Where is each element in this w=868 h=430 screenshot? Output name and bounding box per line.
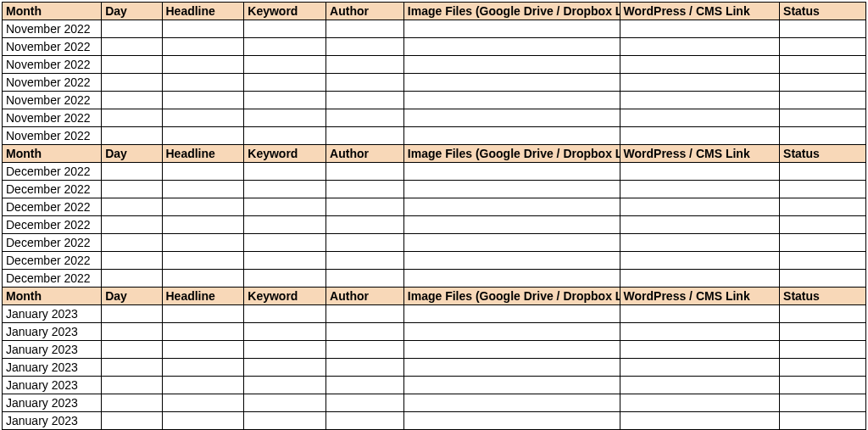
cell-status[interactable]: [780, 341, 866, 359]
cell-image[interactable]: [403, 234, 620, 252]
cell-headline[interactable]: [162, 20, 244, 38]
cell-author[interactable]: [326, 359, 404, 377]
cell-month[interactable]: January 2023: [3, 359, 102, 377]
cell-wordpress[interactable]: [620, 305, 780, 323]
cell-author[interactable]: [326, 252, 404, 270]
cell-author[interactable]: [326, 109, 404, 127]
cell-day[interactable]: [102, 216, 162, 234]
cell-author[interactable]: [326, 323, 404, 341]
cell-wordpress[interactable]: [620, 341, 780, 359]
cell-headline[interactable]: [162, 74, 244, 92]
cell-wordpress[interactable]: [620, 56, 780, 74]
cell-keyword[interactable]: [244, 163, 326, 181]
cell-wordpress[interactable]: [620, 198, 780, 216]
cell-image[interactable]: [403, 394, 620, 412]
cell-day[interactable]: [102, 38, 162, 56]
cell-image[interactable]: [403, 198, 620, 216]
cell-wordpress[interactable]: [620, 323, 780, 341]
cell-wordpress[interactable]: [620, 109, 780, 127]
cell-status[interactable]: [780, 20, 866, 38]
table-row[interactable]: November 2022: [3, 38, 866, 56]
cell-month[interactable]: December 2022: [3, 216, 102, 234]
cell-keyword[interactable]: [244, 127, 326, 145]
cell-author[interactable]: [326, 412, 404, 430]
cell-keyword[interactable]: [244, 270, 326, 288]
table-row[interactable]: December 2022: [3, 270, 866, 288]
cell-status[interactable]: [780, 377, 866, 394]
cell-status[interactable]: [780, 74, 866, 92]
cell-wordpress[interactable]: [620, 412, 780, 430]
table-row[interactable]: November 2022: [3, 56, 866, 74]
cell-wordpress[interactable]: [620, 181, 780, 198]
cell-author[interactable]: [326, 163, 404, 181]
cell-keyword[interactable]: [244, 74, 326, 92]
cell-month[interactable]: November 2022: [3, 92, 102, 109]
cell-headline[interactable]: [162, 181, 244, 198]
cell-headline[interactable]: [162, 394, 244, 412]
table-row[interactable]: December 2022: [3, 198, 866, 216]
cell-headline[interactable]: [162, 198, 244, 216]
table-row[interactable]: November 2022: [3, 92, 866, 109]
cell-month[interactable]: January 2023: [3, 323, 102, 341]
cell-keyword[interactable]: [244, 20, 326, 38]
content-calendar-table[interactable]: MonthDayHeadlineKeywordAuthorImage Files…: [2, 2, 866, 430]
cell-author[interactable]: [326, 305, 404, 323]
cell-author[interactable]: [326, 377, 404, 394]
cell-headline[interactable]: [162, 234, 244, 252]
cell-day[interactable]: [102, 198, 162, 216]
cell-wordpress[interactable]: [620, 359, 780, 377]
cell-day[interactable]: [102, 56, 162, 74]
cell-status[interactable]: [780, 305, 866, 323]
cell-month[interactable]: December 2022: [3, 198, 102, 216]
cell-keyword[interactable]: [244, 234, 326, 252]
cell-keyword[interactable]: [244, 412, 326, 430]
cell-month[interactable]: November 2022: [3, 56, 102, 74]
cell-day[interactable]: [102, 20, 162, 38]
cell-wordpress[interactable]: [620, 270, 780, 288]
cell-image[interactable]: [403, 92, 620, 109]
cell-status[interactable]: [780, 323, 866, 341]
table-row[interactable]: January 2023: [3, 305, 866, 323]
cell-keyword[interactable]: [244, 56, 326, 74]
cell-keyword[interactable]: [244, 216, 326, 234]
cell-keyword[interactable]: [244, 377, 326, 394]
cell-headline[interactable]: [162, 323, 244, 341]
cell-day[interactable]: [102, 92, 162, 109]
cell-status[interactable]: [780, 216, 866, 234]
table-row[interactable]: January 2023: [3, 341, 866, 359]
cell-wordpress[interactable]: [620, 20, 780, 38]
table-row[interactable]: December 2022: [3, 181, 866, 198]
cell-image[interactable]: [403, 341, 620, 359]
table-row[interactable]: November 2022: [3, 20, 866, 38]
cell-image[interactable]: [403, 252, 620, 270]
cell-month[interactable]: November 2022: [3, 109, 102, 127]
cell-day[interactable]: [102, 270, 162, 288]
cell-headline[interactable]: [162, 56, 244, 74]
table-row[interactable]: November 2022: [3, 74, 866, 92]
table-row[interactable]: January 2023: [3, 394, 866, 412]
cell-wordpress[interactable]: [620, 92, 780, 109]
cell-day[interactable]: [102, 341, 162, 359]
cell-headline[interactable]: [162, 377, 244, 394]
cell-author[interactable]: [326, 234, 404, 252]
cell-image[interactable]: [403, 127, 620, 145]
cell-wordpress[interactable]: [620, 38, 780, 56]
cell-status[interactable]: [780, 109, 866, 127]
cell-month[interactable]: January 2023: [3, 394, 102, 412]
cell-headline[interactable]: [162, 412, 244, 430]
cell-status[interactable]: [780, 163, 866, 181]
cell-author[interactable]: [326, 56, 404, 74]
cell-image[interactable]: [403, 38, 620, 56]
cell-day[interactable]: [102, 394, 162, 412]
table-row[interactable]: November 2022: [3, 127, 866, 145]
cell-author[interactable]: [326, 92, 404, 109]
cell-day[interactable]: [102, 163, 162, 181]
cell-month[interactable]: January 2023: [3, 412, 102, 430]
cell-author[interactable]: [326, 38, 404, 56]
cell-headline[interactable]: [162, 216, 244, 234]
cell-status[interactable]: [780, 38, 866, 56]
cell-headline[interactable]: [162, 305, 244, 323]
cell-headline[interactable]: [162, 127, 244, 145]
cell-wordpress[interactable]: [620, 216, 780, 234]
cell-wordpress[interactable]: [620, 234, 780, 252]
